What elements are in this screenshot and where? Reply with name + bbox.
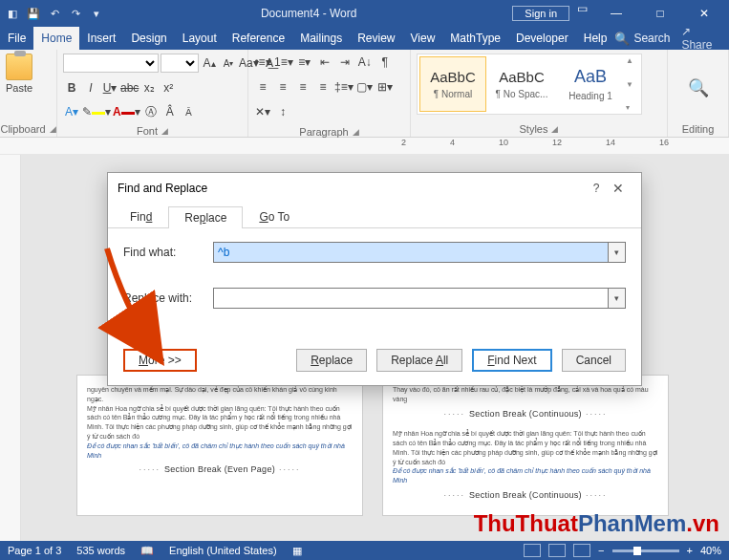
print-layout-button[interactable] — [548, 544, 566, 557]
dialog-close-button[interactable]: ✕ — [605, 181, 632, 196]
find-what-input[interactable] — [213, 242, 609, 263]
gallery-up-icon[interactable]: ▲ — [626, 56, 639, 65]
highlight-button[interactable]: ✎▾ — [82, 103, 111, 120]
justify-button[interactable]: ≡ — [314, 78, 332, 96]
zoom-slider[interactable] — [612, 549, 679, 552]
read-mode-button[interactable] — [524, 544, 541, 557]
align-right-button[interactable]: ≡ — [294, 78, 311, 96]
maximize-button[interactable]: □ — [639, 2, 681, 25]
page-indicator[interactable]: Page 1 of 3 — [8, 545, 61, 556]
numbering-button[interactable]: 1≡▾ — [274, 54, 293, 71]
language-indicator[interactable]: English (United States) — [169, 545, 277, 556]
subscript-button[interactable]: x₂ — [140, 79, 158, 97]
multilevel-button[interactable]: ≡▾ — [296, 54, 313, 71]
align-center-button[interactable]: ≡ — [274, 78, 291, 96]
replace-button[interactable]: Replace — [296, 349, 367, 372]
horizontal-ruler[interactable]: 24 1012 1416 — [0, 138, 729, 155]
redo-icon[interactable]: ↷ — [67, 5, 84, 22]
sort-button[interactable]: A↓ — [356, 54, 374, 71]
asian-layout-button[interactable]: ✕▾ — [254, 103, 271, 120]
indent-button[interactable]: ⇥ — [336, 54, 354, 71]
align-left-button[interactable]: ≡ — [254, 78, 271, 96]
tab-mathtype[interactable]: MathType — [442, 27, 508, 50]
styles-gallery[interactable]: AaBbC¶ Normal AaBbC¶ No Spac... AaBHeadi… — [417, 54, 642, 115]
web-layout-button[interactable] — [573, 544, 590, 557]
grow-font-button[interactable]: A▴ — [201, 54, 218, 72]
zoom-out-button[interactable]: − — [598, 545, 604, 556]
close-button[interactable]: ✕ — [683, 2, 725, 25]
minimize-button[interactable]: — — [595, 2, 637, 25]
undo-icon[interactable]: ↶ — [46, 5, 63, 22]
spell-check-icon[interactable]: 📖 — [140, 545, 154, 557]
line-spacing-button[interactable]: ‡≡▾ — [334, 78, 354, 96]
sign-in-button[interactable]: Sign in — [512, 6, 569, 21]
find-dropdown-icon[interactable]: ▾ — [609, 242, 626, 263]
tab-home[interactable]: Home — [33, 27, 79, 50]
shrink-font-2[interactable]: Ǎ — [181, 103, 198, 120]
tab-developer[interactable]: Developer — [508, 27, 576, 50]
tab-file[interactable]: File — [0, 27, 33, 50]
find-next-button[interactable]: Find Next — [472, 349, 551, 372]
text-effects-button[interactable]: A▾ — [63, 103, 80, 120]
dialog-tab-replace[interactable]: Replace — [168, 206, 243, 228]
dialog-tab-find[interactable]: Find — [114, 205, 168, 227]
shading-button[interactable]: ▢▾ — [356, 78, 374, 96]
qat-more-icon[interactable]: ▾ — [88, 5, 105, 22]
tab-view[interactable]: View — [403, 27, 443, 50]
macro-icon[interactable]: ▦ — [292, 545, 302, 557]
zoom-level[interactable]: 40% — [700, 545, 721, 556]
page-right[interactable]: Thay vào đó, cô ăn rất nhiều rau củ, đặc… — [382, 375, 669, 516]
cancel-button[interactable]: Cancel — [562, 349, 626, 372]
clipboard-launcher-icon[interactable]: ◢ — [50, 124, 56, 134]
superscript-button[interactable]: x² — [160, 79, 177, 97]
outdent-button[interactable]: ⇤ — [316, 54, 333, 71]
italic-button[interactable]: I — [82, 79, 99, 97]
tab-layout[interactable]: Layout — [175, 27, 225, 50]
font-color-button[interactable]: A▾ — [113, 103, 140, 120]
font-launcher-icon[interactable]: ◢ — [161, 126, 168, 136]
word-count[interactable]: 535 words — [76, 545, 125, 556]
vertical-ruler[interactable] — [0, 155, 21, 541]
bullets-button[interactable]: •≡▾ — [254, 54, 271, 71]
search-box[interactable]: 🔍Search — [614, 32, 670, 46]
share-button[interactable]: ↗ Share — [681, 25, 719, 52]
font-family-select[interactable] — [63, 54, 159, 73]
enclose-button[interactable]: Ⓐ — [142, 103, 160, 120]
replace-dropdown-icon[interactable]: ▾ — [609, 288, 626, 309]
styles-launcher-icon[interactable]: ◢ — [551, 124, 558, 134]
gallery-more-icon[interactable]: ▾ — [626, 103, 639, 112]
tab-design[interactable]: Design — [123, 27, 174, 50]
zoom-in-button[interactable]: + — [687, 545, 693, 556]
borders-button[interactable]: ⊞▾ — [376, 78, 394, 96]
style-normal[interactable]: AaBbC¶ Normal — [419, 56, 486, 112]
show-marks-button[interactable]: ¶ — [376, 54, 394, 71]
more-button[interactable]: More >> — [123, 349, 197, 372]
replace-all-button[interactable]: Replace All — [376, 349, 462, 372]
paste-button[interactable]: Paste — [6, 54, 32, 94]
section-break-cont2: Section Break (Continuous) — [393, 489, 658, 502]
tab-references[interactable]: Reference — [225, 27, 292, 50]
tab-mailings[interactable]: Mailings — [292, 27, 350, 50]
para-launcher-icon[interactable]: ◢ — [353, 127, 359, 137]
page-left[interactable]: nguyên chuyên và mềm mại. Sự dào dại, vẻ… — [76, 375, 363, 516]
font-size-select[interactable] — [161, 54, 199, 73]
editing-icon[interactable]: 🔍 — [688, 77, 709, 98]
save-icon[interactable]: 💾 — [25, 5, 42, 22]
style-no-spacing[interactable]: AaBbC¶ No Spac... — [488, 56, 555, 112]
text-direction-button[interactable]: ↕ — [274, 103, 291, 120]
grow-font-2[interactable]: Â — [161, 103, 179, 120]
replace-with-input[interactable] — [213, 288, 609, 309]
tab-help[interactable]: Help — [576, 27, 615, 50]
dialog-help-button[interactable]: ? — [588, 182, 605, 195]
gallery-down-icon[interactable]: ▼ — [626, 80, 639, 89]
tab-insert[interactable]: Insert — [79, 27, 123, 50]
dialog-tab-goto[interactable]: Go To — [243, 205, 306, 227]
tab-review[interactable]: Review — [350, 27, 402, 50]
style-heading1[interactable]: AaBHeading 1 — [557, 56, 624, 112]
ribbon-options-icon[interactable]: ▭ — [577, 2, 588, 25]
shrink-font-button[interactable]: A▾ — [220, 54, 237, 72]
autosave-icon[interactable]: ◧ — [4, 5, 21, 22]
bold-button[interactable]: B — [63, 79, 80, 97]
strike-button[interactable]: abc — [120, 79, 139, 97]
underline-button[interactable]: U▾ — [101, 79, 118, 97]
